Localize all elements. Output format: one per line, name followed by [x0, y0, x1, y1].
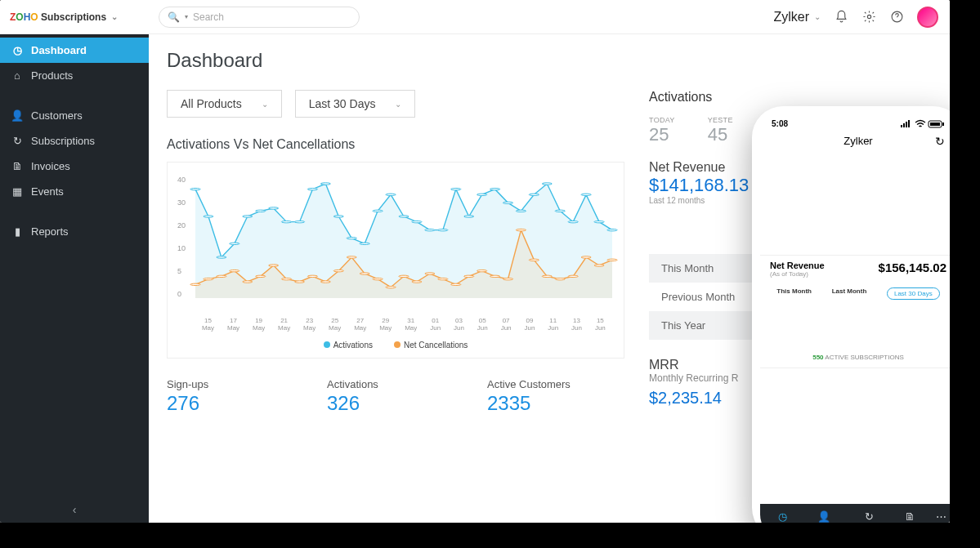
filter-range[interactable]: Last 30 Days⌄ [295, 90, 416, 118]
svg-point-24 [477, 194, 487, 195]
collapse-sidebar-button[interactable]: ‹ [0, 503, 149, 516]
kpi-signups: Sign-ups 276 [167, 378, 281, 448]
svg-point-63 [555, 278, 565, 279]
activations-chart: 4030201050 15May17May19May21May23May25Ma… [167, 162, 624, 359]
svg-point-26 [503, 202, 512, 203]
chevron-down-icon: ⌄ [395, 100, 401, 109]
phone-nav-dashboard[interactable]: ◷Dashboard [768, 510, 796, 523]
refresh-icon: ↻ [11, 135, 23, 147]
svg-point-35 [190, 283, 200, 285]
sidebar-item-label: Subscriptions [31, 135, 95, 147]
bell-icon[interactable] [834, 10, 848, 25]
org-switcher[interactable]: Zylker ⌄ [773, 10, 821, 25]
svg-point-50 [386, 286, 396, 287]
svg-point-23 [464, 216, 474, 217]
svg-point-25 [490, 188, 499, 189]
phone-title: Zylker [844, 135, 872, 147]
svg-point-29 [542, 183, 552, 185]
svg-point-40 [256, 275, 266, 277]
avatar[interactable] [917, 7, 938, 28]
svg-point-10 [294, 221, 304, 222]
range-this-month[interactable]: This Month [649, 254, 763, 283]
today-label: TODAY [649, 116, 675, 124]
svg-point-12 [320, 183, 330, 185]
phone-metrics [760, 368, 950, 375]
phone-active-label: ACTIVE SUBSCRIPTIONS [825, 354, 903, 361]
chevron-down-icon: ⌄ [111, 12, 118, 21]
sidebar-item-label: Reports [31, 225, 69, 238]
phone-tab-this-month[interactable]: This Month [776, 287, 812, 300]
phone-title-bar: Zylker ↻ [760, 130, 950, 155]
svg-point-61 [529, 259, 539, 261]
kpi-activations: Activations 326 [327, 378, 441, 448]
refresh-icon[interactable]: ↻ [935, 135, 945, 148]
filter-products[interactable]: All Products⌄ [167, 90, 282, 118]
svg-point-57 [477, 270, 487, 271]
search-placeholder: Search [193, 11, 224, 23]
svg-point-15 [360, 243, 369, 244]
range-this-year[interactable]: This Year [649, 311, 763, 340]
phone-nav-subscriptions[interactable]: ↻Subscriptions [852, 510, 886, 523]
svg-point-59 [503, 278, 512, 279]
phone-status-bar: 5:08 [760, 114, 950, 130]
zoho-logo: ZOHO [10, 11, 38, 23]
kpi-value: 326 [327, 392, 441, 415]
search-icon: 🔍 [168, 11, 180, 23]
search-filter-icon: ▾ [185, 13, 188, 20]
sidebar-item-invoices[interactable]: 🗎Invoices [0, 154, 149, 179]
sidebar-item-events[interactable]: ▦Events [0, 179, 149, 204]
today-value: 25 [649, 124, 675, 145]
svg-point-3 [204, 216, 213, 217]
svg-point-38 [230, 270, 239, 271]
svg-point-34 [607, 229, 617, 230]
svg-rect-68 [901, 125, 902, 127]
sidebar-item-label: Events [31, 185, 64, 198]
calendar-icon: ▦ [11, 185, 23, 198]
sidebar-item-subscriptions[interactable]: ↻Subscriptions [0, 128, 149, 154]
svg-point-52 [412, 281, 422, 283]
phone-active-count: 550 [812, 354, 823, 361]
phone-chart [760, 155, 950, 245]
svg-point-20 [425, 229, 435, 230]
gear-icon[interactable] [861, 10, 876, 25]
svg-point-8 [269, 207, 279, 209]
svg-point-21 [438, 229, 448, 230]
svg-point-6 [243, 216, 253, 217]
sidebar-item-label: Customers [31, 109, 83, 122]
range-list: This Month Previous Month This Year [649, 254, 763, 340]
phone-nav-more[interactable]: ⋯More [935, 510, 948, 523]
kpi-label: Active Customers [487, 378, 602, 390]
svg-point-51 [399, 275, 409, 277]
svg-point-49 [373, 278, 383, 279]
phone-nav-customers[interactable]: 👤Customers [811, 510, 839, 523]
phone-bottom-nav: ◷Dashboard 👤Customers ↻Subscriptions 🗎In… [760, 504, 950, 523]
svg-point-13 [333, 216, 343, 217]
svg-point-39 [243, 281, 253, 283]
chart-legend: Activations Net Cancellations [174, 341, 617, 350]
filter-products-label: All Products [181, 97, 242, 110]
range-previous-month[interactable]: Previous Month [649, 283, 763, 311]
svg-rect-69 [903, 123, 905, 127]
sparkline [167, 421, 281, 444]
help-icon[interactable] [889, 10, 904, 25]
brand-switcher[interactable]: ZOHO Subscriptions ⌄ [0, 11, 149, 23]
phone-kpis [760, 306, 950, 323]
sidebar-item-products[interactable]: ⌂Products [0, 63, 149, 88]
svg-point-46 [333, 270, 343, 271]
phone-nav-invoices[interactable]: 🗎Invoices [900, 510, 921, 523]
phone-tab-last-month[interactable]: Last Month [832, 287, 867, 300]
sparkline [327, 421, 441, 444]
svg-point-33 [594, 221, 604, 222]
sidebar-item-dashboard[interactable]: ◷Dashboard [0, 38, 149, 63]
kpi-value: 276 [167, 392, 281, 415]
svg-point-48 [360, 273, 369, 274]
svg-point-44 [307, 275, 317, 277]
phone-tab-last-30[interactable]: Last 30 Days [887, 287, 940, 300]
activations-yesterday: YESTE 45 [708, 116, 733, 145]
search-input[interactable]: 🔍 ▾ Search [159, 7, 360, 28]
sidebar-item-reports[interactable]: ▮Reports [0, 219, 149, 244]
sidebar-item-customers[interactable]: 👤Customers [0, 103, 149, 128]
phone-time: 5:08 [772, 119, 788, 128]
svg-point-0 [867, 15, 870, 18]
product-name: Subscriptions [41, 11, 106, 23]
